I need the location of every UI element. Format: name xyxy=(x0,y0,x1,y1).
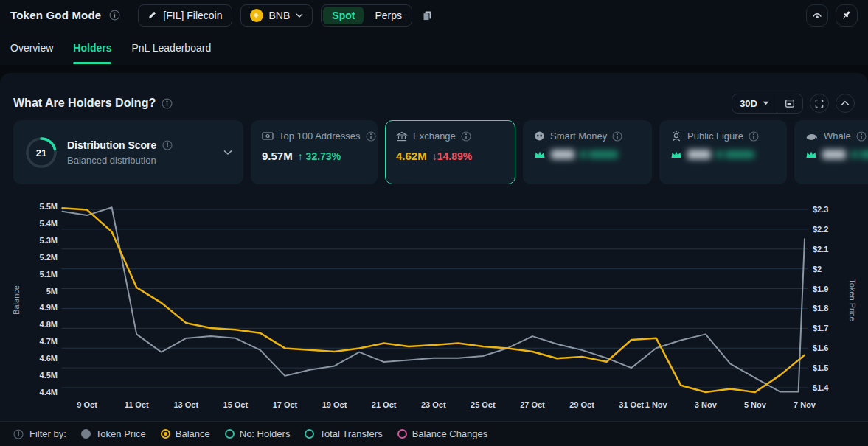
alien-icon xyxy=(534,130,545,142)
left-axis-tick: 4.8M xyxy=(40,320,58,329)
right-axis-tick: $2.1 xyxy=(813,245,828,254)
balance-series-line xyxy=(63,208,805,392)
holder-metric-cards: 21 Distribution Score Balanced distribut… xyxy=(13,120,868,184)
x-axis-tick: 17 Oct xyxy=(273,400,298,409)
bnb-coin-icon: ◆ xyxy=(250,9,263,22)
x-axis-tick: 25 Oct xyxy=(471,400,496,409)
left-axis-tick: 4.7M xyxy=(40,337,58,346)
tab-pnl-leaderboard[interactable]: PnL Leaderboard xyxy=(131,30,211,65)
balance-price-chart: 5.5M5.4M5.3M5.2M5.1M5M4.9M4.8M4.7M4.6M4.… xyxy=(0,192,868,418)
card-value: 4.62M xyxy=(396,150,427,162)
masked-change xyxy=(851,150,858,158)
left-axis-tick: 5.5M xyxy=(40,202,58,211)
card-title: Smart Money xyxy=(550,130,607,142)
x-axis-tick: 23 Oct xyxy=(421,400,446,409)
left-axis-tick: 5.1M xyxy=(40,270,58,279)
holders-panel: What Are Holders Doing? 30D xyxy=(0,73,868,446)
x-axis-tick: 1 Nov xyxy=(645,400,668,409)
bank-icon xyxy=(396,131,408,142)
info-icon[interactable] xyxy=(749,131,759,142)
collapse-button[interactable] xyxy=(836,94,855,113)
eye-icon xyxy=(811,10,823,21)
spot-toggle[interactable]: Spot xyxy=(323,7,364,24)
distribution-score-value: 21 xyxy=(36,147,46,158)
info-icon[interactable] xyxy=(109,10,120,21)
crown-icon xyxy=(670,150,682,159)
crown-icon xyxy=(805,150,817,159)
holders-chart[interactable]: 5.5M5.4M5.3M5.2M5.1M5M4.9M4.8M4.7M4.6M4.… xyxy=(0,192,868,418)
radio-icon[interactable] xyxy=(161,429,170,439)
calendar-icon xyxy=(785,98,795,108)
date-range-group: 30D xyxy=(732,94,803,114)
crown-icon xyxy=(534,150,546,159)
filter-option-token-price[interactable]: Token Price xyxy=(81,428,146,439)
topbar: Token God Mode [FIL] Filecoin ◆ BNB Spot… xyxy=(0,0,868,30)
public-figure-icon xyxy=(670,130,682,142)
pencil-icon xyxy=(147,10,157,20)
x-axis-tick: 31 Oct xyxy=(619,400,644,409)
info-icon[interactable] xyxy=(366,131,376,142)
calendar-button[interactable] xyxy=(777,94,802,113)
info-icon[interactable] xyxy=(162,140,173,150)
banknote-icon xyxy=(262,130,274,142)
x-axis-tick: 3 Nov xyxy=(695,400,718,409)
distribution-score-card[interactable]: 21 Distribution Score Balanced distribut… xyxy=(13,120,243,184)
left-axis-tick: 5.3M xyxy=(40,236,58,245)
watch-button[interactable] xyxy=(806,4,828,27)
token-select-button[interactable]: [FIL] Filecoin xyxy=(138,4,232,27)
filter-option-balance-changes[interactable]: Balance Changes xyxy=(397,428,488,439)
masked-value xyxy=(551,150,574,159)
masked-value xyxy=(687,150,711,159)
copy-icon[interactable] xyxy=(421,10,433,21)
filter-option-total-transfers[interactable]: Total Transfers xyxy=(305,428,382,439)
chevron-down-icon xyxy=(296,13,303,18)
right-axis-tick: $1.4 xyxy=(813,383,829,392)
masked-change xyxy=(860,150,868,158)
x-axis-tick: 29 Oct xyxy=(569,400,594,409)
x-axis-tick: 27 Oct xyxy=(520,400,545,409)
info-icon[interactable] xyxy=(13,429,24,439)
right-axis-tick: $1.8 xyxy=(813,304,828,313)
left-axis-tick: 5.2M xyxy=(40,253,58,262)
range-dropdown[interactable]: 30D xyxy=(732,94,777,113)
info-icon[interactable] xyxy=(856,131,867,142)
left-axis-tick: 4.6M xyxy=(40,354,58,363)
public-figure-card[interactable]: Public Figure xyxy=(659,120,787,184)
page-tabs: Overview Holders PnL Leaderboard xyxy=(0,30,868,65)
radio-icon[interactable] xyxy=(81,429,91,439)
chevron-down-icon[interactable] xyxy=(223,150,232,156)
perps-toggle[interactable]: Perps xyxy=(365,7,412,24)
info-icon[interactable] xyxy=(461,131,471,142)
x-axis-tick: 5 Nov xyxy=(744,400,767,409)
radio-icon[interactable] xyxy=(225,429,235,439)
app-title: Token God Mode xyxy=(10,9,101,21)
info-icon[interactable] xyxy=(162,98,173,109)
filter-option-balance[interactable]: Balance xyxy=(161,428,210,439)
tab-holders[interactable]: Holders xyxy=(73,30,111,65)
top-100-addresses-card[interactable]: Top 100 Addresses 9.57M ↑ 32.73% xyxy=(251,120,378,184)
card-title: Exchange xyxy=(413,130,456,142)
card-change-down: ↓14.89% xyxy=(432,150,472,162)
pin-icon xyxy=(841,10,853,21)
filter-option-no-holders[interactable]: No: Holders xyxy=(225,428,291,439)
info-icon[interactable] xyxy=(612,131,622,142)
tab-overview[interactable]: Overview xyxy=(10,30,53,65)
token-select-label: [FIL] Filecoin xyxy=(163,10,222,21)
x-axis-tick: 19 Oct xyxy=(322,400,347,409)
left-axis-tick: 4.9M xyxy=(40,303,58,312)
token-price-series-line xyxy=(63,207,805,391)
radio-icon[interactable] xyxy=(305,429,314,439)
pin-button[interactable] xyxy=(836,4,858,27)
smart-money-card[interactable]: Smart Money xyxy=(523,120,652,184)
fullscreen-icon xyxy=(815,99,824,108)
chain-select-button[interactable]: ◆ BNB xyxy=(240,4,313,27)
panel-title: What Are Holders Doing? xyxy=(13,97,156,110)
radio-icon[interactable] xyxy=(397,429,407,439)
right-axis-tick: $2.2 xyxy=(813,225,828,234)
right-axis-title: Token Price xyxy=(848,279,857,321)
whale-card[interactable]: Whale xyxy=(794,120,868,184)
exchange-card[interactable]: Exchange 4.62M ↓14.89% xyxy=(385,120,515,184)
card-title: Whale xyxy=(824,130,851,142)
x-axis-tick: 13 Oct xyxy=(173,400,198,409)
fullscreen-button[interactable] xyxy=(810,94,829,113)
